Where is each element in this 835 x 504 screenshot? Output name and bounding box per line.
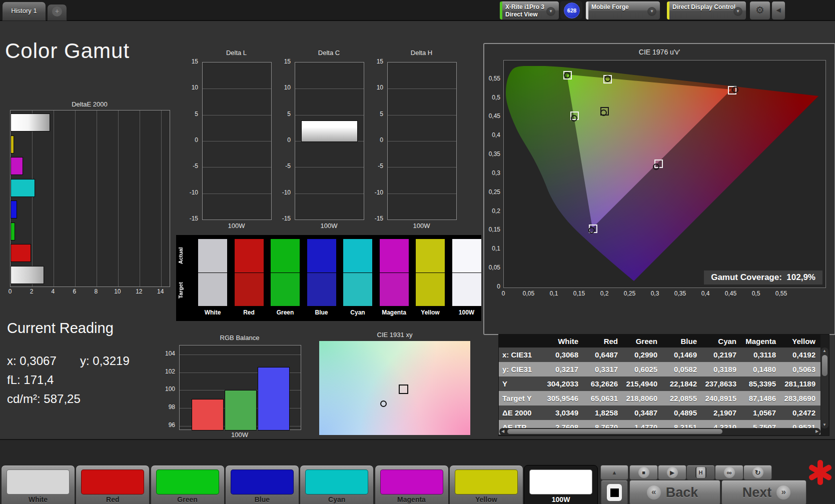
scroll-down-icon[interactable]: ▼ bbox=[821, 422, 828, 428]
source-dropdown[interactable]: Mobile Forge ▼ bbox=[585, 1, 660, 20]
cie1976-x-axis: 00,050,10,150,20,250,30,350,40,450,50,55 bbox=[503, 290, 825, 298]
target-swatch-green bbox=[271, 273, 300, 306]
grid-line bbox=[140, 110, 140, 286]
y-tick-label: -15 bbox=[277, 215, 291, 222]
pattern-button-red[interactable]: Red bbox=[76, 465, 150, 504]
grid-line bbox=[295, 167, 364, 168]
table-cell: 0,1469 bbox=[662, 350, 702, 359]
deltae2000-title: DeltaE 2000 bbox=[10, 100, 169, 108]
arrow-up-icon: ▲ bbox=[612, 470, 617, 476]
grid-line bbox=[295, 194, 364, 194]
table-cell: 63,2626 bbox=[583, 380, 623, 388]
actual-swatch-yellow bbox=[416, 239, 445, 272]
deltae-bar-blue bbox=[11, 200, 17, 218]
delta-plot bbox=[295, 62, 364, 220]
table-cell: 22,0855 bbox=[662, 394, 702, 402]
pattern-button-100w[interactable]: 100W bbox=[524, 465, 598, 504]
collapse-panel-button[interactable]: ◀ bbox=[771, 1, 785, 20]
table-cell: 283,8690 bbox=[781, 394, 820, 402]
back-button[interactable]: « Back bbox=[629, 480, 720, 504]
x-axis-label: 100W bbox=[202, 222, 271, 230]
cie1976-panel: CIE 1976 u'v' bbox=[483, 43, 835, 335]
measurement-table: WhiteRedGreenBlueCyanMagentaYellowx: CIE… bbox=[498, 334, 829, 436]
meter-dropdown[interactable]: X-Rite i1Pro 3 Direct View ▼ bbox=[499, 1, 559, 20]
actual-marker-blue bbox=[588, 227, 595, 234]
display-control-dropdown[interactable]: Direct Display Control ▼ bbox=[666, 1, 746, 20]
play-button[interactable]: ▶ bbox=[658, 465, 686, 480]
table-cell: 0,3068 bbox=[544, 350, 583, 359]
pattern-button-yellow[interactable]: Yellow bbox=[449, 465, 523, 504]
pattern-button-magenta[interactable]: Magenta bbox=[375, 465, 449, 504]
actual-swatch-blue bbox=[307, 239, 336, 272]
table-horizontal-scrollbar[interactable]: ◀▶ bbox=[499, 428, 820, 435]
pattern-label: Green bbox=[151, 496, 224, 504]
table-vertical-scrollbar[interactable]: ▲▼ bbox=[821, 348, 828, 428]
table-cell: 240,8915 bbox=[702, 394, 741, 402]
x-tick-label: 0,25 bbox=[622, 290, 637, 297]
x-tick-label: 0,15 bbox=[572, 290, 587, 297]
y-tick-label: -15 bbox=[369, 215, 383, 222]
pattern-button-cyan[interactable]: Cyan bbox=[300, 465, 374, 504]
pattern-button-blue[interactable]: Blue bbox=[225, 465, 299, 504]
scrollbar-thumb[interactable] bbox=[822, 355, 827, 376]
table-cell: 215,4940 bbox=[623, 380, 662, 388]
table-cell: 237,8633 bbox=[702, 380, 741, 388]
grid-line bbox=[75, 110, 76, 286]
pattern-list-up-button[interactable]: ▲ bbox=[600, 465, 628, 480]
display-control-name: Direct Display Control bbox=[672, 4, 735, 10]
y-tick-label: 0,55 bbox=[485, 75, 500, 82]
scroll-up-icon[interactable]: ▲ bbox=[821, 348, 828, 354]
y-axis-labels: 151050-5-10-15 bbox=[277, 62, 292, 219]
scrollbar-thumb[interactable] bbox=[507, 429, 722, 434]
delta-chart-group-delta_c: Delta C151050-5-10-15100W bbox=[277, 48, 364, 232]
pattern-label: White bbox=[2, 496, 75, 504]
grid-line bbox=[32, 110, 33, 286]
table-cell: 0,0582 bbox=[662, 365, 702, 374]
next-button[interactable]: Next » bbox=[721, 480, 806, 504]
source-status-stripe bbox=[586, 2, 588, 20]
actual-swatch-green bbox=[271, 239, 300, 272]
current-reading-title: Current Reading bbox=[7, 320, 114, 336]
pattern-window-button[interactable] bbox=[601, 480, 628, 504]
stop-button[interactable]: ■ bbox=[629, 465, 658, 480]
tab-history-1[interactable]: History 1 bbox=[2, 2, 46, 21]
y-tick-label: 0 bbox=[277, 136, 291, 144]
gamut-coverage-value: 102,9% bbox=[786, 272, 815, 282]
window-size-button[interactable]: H bbox=[686, 465, 715, 480]
pattern-swatch bbox=[81, 470, 144, 494]
row-label: Y bbox=[499, 380, 544, 388]
cie1976-title: CIE 1976 u'v' bbox=[484, 48, 834, 56]
pattern-button-white[interactable]: White bbox=[1, 465, 75, 504]
table-cell: 0,4192 bbox=[781, 350, 820, 359]
y-tick-label: 10 bbox=[184, 84, 198, 91]
scroll-left-icon[interactable]: ◀ bbox=[499, 428, 506, 435]
settings-button[interactable]: ⚙ bbox=[749, 1, 770, 20]
y-tick-label: 0,35 bbox=[485, 150, 500, 158]
gamut-coverage-label: Gamut Coverage: bbox=[711, 272, 782, 282]
gear-icon: ⚙ bbox=[755, 4, 764, 16]
refresh-button[interactable]: ↻ bbox=[743, 465, 772, 480]
infinity-icon: ∞ bbox=[724, 467, 735, 478]
continuous-read-button[interactable]: ∞ bbox=[715, 465, 743, 480]
table-cell: 281,1189 bbox=[781, 380, 820, 388]
reading-y: y: 0,3219 bbox=[80, 354, 130, 368]
table-row: ΔE 20003,03491,82580,34870,48952,19071,0… bbox=[499, 406, 820, 420]
delta-chart-group-delta_h: Delta H151050-5-10-15100W bbox=[369, 48, 456, 232]
swatch-label: Blue bbox=[307, 309, 336, 316]
pattern-swatch bbox=[305, 470, 368, 494]
rgb-balance-chart bbox=[179, 345, 301, 430]
actual-marker-red bbox=[732, 86, 738, 93]
table-row: y: CIE310,32170,33170,60250,05820,31890,… bbox=[499, 362, 820, 376]
chart-title: Delta H bbox=[387, 49, 456, 56]
calibration-app-window: History 1 + X-Rite i1Pro 3 Direct View ▼… bbox=[0, 0, 835, 504]
scroll-right-icon[interactable]: ▶ bbox=[813, 428, 820, 435]
x-tick-label: 14 bbox=[155, 288, 167, 295]
add-tab-button[interactable]: + bbox=[47, 4, 67, 21]
pattern-button-green[interactable]: Green bbox=[151, 465, 225, 504]
y-axis-labels: 151050-5-10-15 bbox=[184, 62, 199, 219]
y-tick-label: 5 bbox=[369, 110, 383, 118]
y-tick-label: 5 bbox=[184, 110, 198, 118]
refresh-icon: ↻ bbox=[752, 467, 763, 478]
x-tick-label: 12 bbox=[133, 288, 145, 295]
chevron-left-icon: ◀ bbox=[776, 6, 780, 14]
